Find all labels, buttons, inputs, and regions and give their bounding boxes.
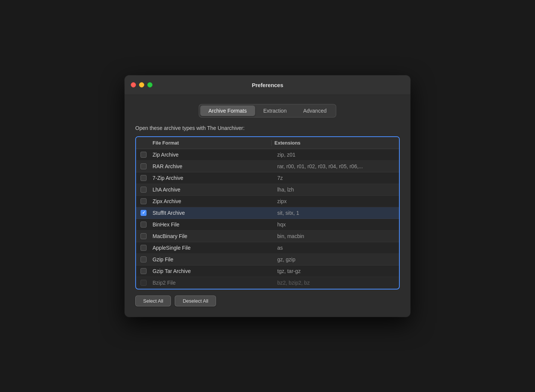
table-row: MacBinary Filebin, macbin (136, 231, 399, 242)
select-all-button[interactable]: Select All (135, 296, 171, 306)
format-checkbox[interactable] (141, 280, 147, 286)
format-checkbox[interactable] (141, 256, 147, 262)
format-name: AppleSingle File (151, 245, 274, 251)
format-checkbox[interactable] (141, 187, 147, 193)
format-extensions: bin, macbin (274, 233, 399, 239)
format-name: MacBinary File (151, 233, 274, 239)
table-row: Zipx Archivezipx (136, 196, 399, 207)
preferences-window: Preferences Archive Formats Extraction A… (125, 75, 410, 317)
table-row: LhA Archivelha, lzh (136, 184, 399, 196)
format-extensions: lha, lzh (274, 187, 399, 193)
format-name: StuffIt Archive (151, 210, 274, 216)
minimize-button[interactable] (139, 82, 144, 87)
format-name: Bzip2 File (151, 280, 274, 286)
format-name: Zip Archive (151, 152, 274, 158)
format-extensions: as (274, 245, 399, 251)
table-row: Gzip Filegz, gzip (136, 254, 399, 265)
format-name: LhA Archive (151, 187, 274, 193)
row-check-cell (136, 256, 151, 262)
format-checkbox[interactable] (141, 245, 147, 251)
tab-extraction[interactable]: Extraction (255, 106, 295, 116)
format-name: Gzip File (151, 256, 274, 262)
row-check-cell (136, 187, 151, 193)
row-check-cell (136, 222, 151, 228)
table-row: Gzip Tar Archivetgz, tar-gz (136, 265, 399, 277)
close-button[interactable] (131, 82, 136, 87)
formats-panel: File Format Extensions Zip Archivezip, z… (135, 136, 400, 289)
row-check-cell (136, 175, 151, 181)
table-row: 7-Zip Archive7z (136, 172, 399, 184)
format-checkbox[interactable] (141, 163, 147, 169)
tab-advanced[interactable]: Advanced (295, 106, 335, 116)
format-extensions: zipx (274, 198, 399, 204)
header-ext-col: Extensions (271, 140, 393, 146)
footer-buttons: Select All Deselect All (135, 296, 400, 306)
format-extensions: hqx (274, 222, 399, 228)
format-checkbox[interactable] (141, 233, 147, 239)
table-body: Zip Archivezip, z01RAR Archiverar, r00, … (136, 149, 399, 289)
format-extensions: rar, r00, r01, r02, r03, r04, r05, r06,.… (274, 163, 399, 169)
format-extensions: sit, sitx, 1 (274, 210, 399, 216)
format-checkbox[interactable] (141, 198, 147, 204)
table-row: StuffIt Archivesit, sitx, 1 (136, 207, 399, 219)
format-extensions: gz, gzip (274, 256, 399, 262)
format-extensions: zip, z01 (274, 152, 399, 158)
format-extensions: tgz, tar-gz (274, 268, 399, 274)
table-header: File Format Extensions (136, 137, 399, 149)
table-row: RAR Archiverar, r00, r01, r02, r03, r04,… (136, 161, 399, 172)
row-check-cell (136, 152, 151, 158)
format-checkbox[interactable] (141, 268, 147, 274)
format-name: Gzip Tar Archive (151, 268, 274, 274)
format-checkbox[interactable] (141, 152, 147, 158)
deselect-all-button[interactable]: Deselect All (175, 296, 216, 306)
description-text: Open these archive types with The Unarch… (135, 125, 400, 131)
tabs-container: Archive Formats Extraction Advanced (135, 104, 400, 118)
tab-archive-formats[interactable]: Archive Formats (200, 106, 255, 116)
row-check-cell (136, 280, 151, 286)
window-title: Preferences (252, 82, 283, 88)
titlebar: Preferences (125, 75, 410, 95)
table-row: Bzip2 Filebz2, bzip2, bz (136, 277, 399, 289)
maximize-button[interactable] (147, 82, 153, 87)
row-check-cell (136, 268, 151, 274)
format-name: Zipx Archive (151, 198, 274, 204)
format-name: BinHex File (151, 222, 274, 228)
row-check-cell (136, 233, 151, 239)
format-checkbox[interactable] (141, 222, 147, 228)
format-checkbox[interactable] (141, 175, 147, 181)
format-extensions: 7z (274, 175, 399, 181)
row-check-cell (136, 210, 151, 216)
row-check-cell (136, 245, 151, 251)
format-name: 7-Zip Archive (151, 175, 274, 181)
header-format-col: File Format (151, 140, 271, 146)
format-name: RAR Archive (151, 163, 274, 169)
format-checkbox[interactable] (141, 210, 147, 216)
format-extensions: bz2, bzip2, bz (274, 280, 399, 286)
header-check-col (136, 140, 151, 146)
row-check-cell (136, 163, 151, 169)
table-row: AppleSingle Fileas (136, 242, 399, 254)
row-check-cell (136, 198, 151, 204)
header-scroll-spacer (393, 140, 399, 146)
table-row: BinHex Filehqx (136, 219, 399, 231)
traffic-lights (131, 82, 153, 87)
table-row: Zip Archivezip, z01 (136, 149, 399, 161)
main-content: Archive Formats Extraction Advanced Open… (125, 95, 410, 317)
tabs: Archive Formats Extraction Advanced (199, 104, 336, 118)
